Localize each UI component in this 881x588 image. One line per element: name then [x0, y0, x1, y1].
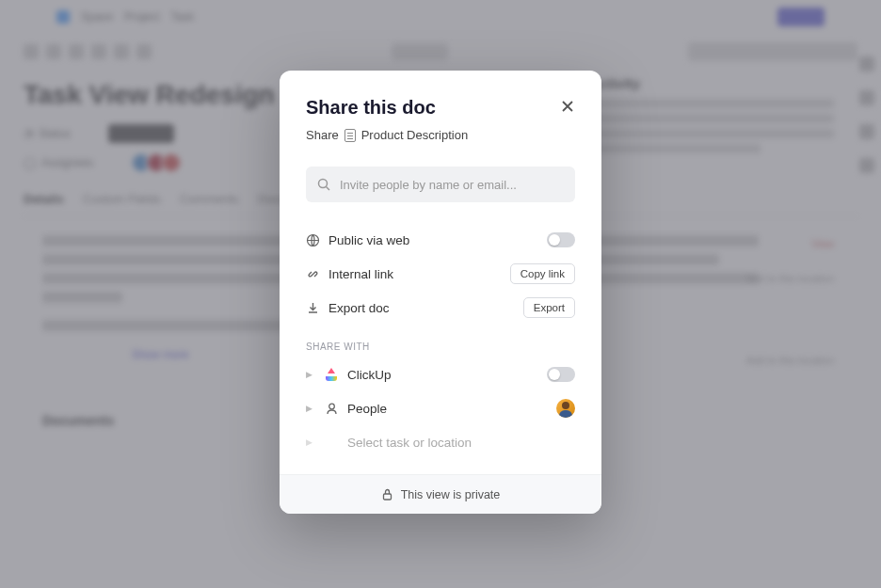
option-export: Export doc Export — [306, 291, 575, 325]
share-modal: Share this doc Share Product Description… — [280, 71, 601, 514]
export-button[interactable]: Export — [523, 297, 575, 318]
lock-icon — [381, 488, 393, 501]
clickup-toggle[interactable] — [547, 367, 575, 382]
subtitle-prefix: Share — [306, 128, 339, 142]
download-icon — [306, 301, 320, 315]
option-label: Export doc — [328, 301, 523, 315]
search-icon — [317, 178, 330, 191]
close-icon — [561, 100, 574, 113]
invite-input[interactable] — [340, 178, 564, 192]
svg-point-2 — [329, 404, 335, 409]
close-button[interactable] — [556, 95, 579, 118]
chevron-right-icon: ▶ — [306, 404, 325, 413]
option-label: Public via web — [328, 233, 547, 247]
chevron-right-icon: ▶ — [306, 437, 325, 447]
option-internal-link: Internal link Copy link — [306, 257, 575, 291]
doc-icon — [344, 129, 356, 142]
modal-footer: This view is private — [280, 474, 601, 514]
invite-search[interactable] — [306, 167, 575, 202]
globe-icon — [306, 233, 320, 247]
share-item-select-task[interactable]: ▶ Select task or location — [306, 425, 575, 459]
link-icon — [306, 267, 320, 281]
chevron-right-icon: ▶ — [306, 370, 325, 379]
option-public-web: Public via web — [306, 223, 575, 257]
share-item-people[interactable]: ▶ People — [306, 391, 575, 425]
share-with-heading: SHARE WITH — [280, 332, 601, 358]
doc-name: Product Description — [361, 128, 468, 142]
option-label: Internal link — [328, 267, 510, 281]
clickup-icon — [325, 368, 338, 381]
modal-subtitle: Share Product Description — [306, 128, 575, 142]
footer-text: This view is private — [401, 488, 501, 501]
share-item-label: Select task or location — [347, 436, 575, 450]
svg-rect-3 — [383, 494, 391, 500]
svg-point-0 — [319, 180, 328, 188]
share-item-label: People — [347, 402, 556, 416]
avatar — [556, 399, 575, 418]
person-icon — [325, 402, 339, 416]
share-item-label: ClickUp — [347, 368, 547, 382]
copy-link-button[interactable]: Copy link — [510, 263, 575, 284]
public-toggle[interactable] — [547, 232, 575, 247]
share-item-clickup[interactable]: ▶ ClickUp — [306, 358, 575, 391]
modal-title: Share this doc — [306, 97, 575, 119]
